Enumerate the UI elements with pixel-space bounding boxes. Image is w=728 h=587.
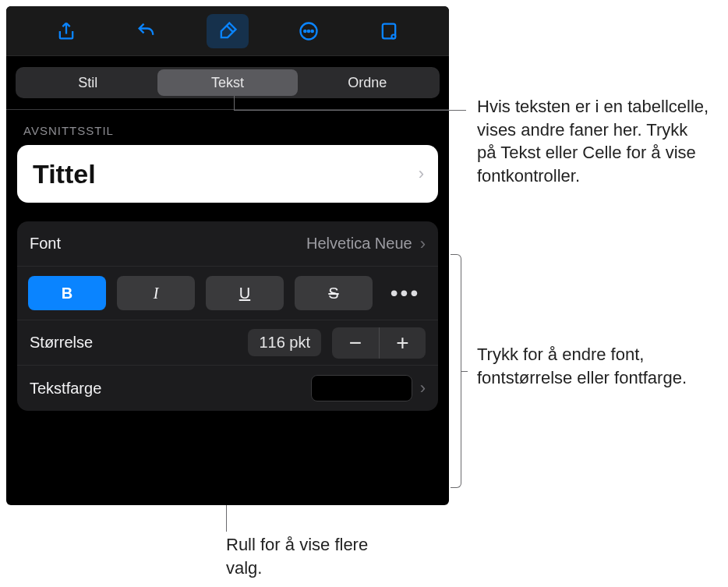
annotation-font: Trykk for å endre font, fontstørrelse el… xyxy=(477,343,711,389)
size-stepper: − + xyxy=(332,327,426,359)
chevron-right-icon: › xyxy=(420,378,426,398)
size-row: Størrelse 116 pkt − + xyxy=(17,320,438,366)
font-label: Font xyxy=(30,235,61,253)
annotation-scroll: Rull for å vise flere valg. xyxy=(226,533,398,579)
format-panel: Stil Tekst Ordne AVSNITTSSTIL Tittel › F… xyxy=(6,6,449,505)
format-buttons-row: B I U S ••• xyxy=(17,267,438,320)
font-value: Helvetica Neue xyxy=(306,235,412,253)
svg-point-6 xyxy=(393,35,395,37)
text-format-group: Font Helvetica Neue › B I U S ••• Større… xyxy=(17,221,438,411)
text-color-swatch xyxy=(311,375,412,401)
svg-point-1 xyxy=(304,30,306,31)
top-toolbar xyxy=(6,6,449,56)
tab-tekst[interactable]: Tekst xyxy=(157,69,297,96)
svg-point-2 xyxy=(307,30,309,31)
underline-button[interactable]: U xyxy=(206,276,284,310)
size-increase-button[interactable]: + xyxy=(379,327,426,359)
reading-mode-icon[interactable] xyxy=(368,14,410,48)
chevron-right-icon: › xyxy=(420,234,426,254)
share-icon[interactable] xyxy=(45,14,87,48)
paragraph-style-card[interactable]: Tittel › xyxy=(17,145,438,203)
format-brush-icon[interactable] xyxy=(207,14,249,48)
tab-stil[interactable]: Stil xyxy=(18,69,157,96)
more-icon[interactable] xyxy=(288,14,330,48)
size-decrease-button[interactable]: − xyxy=(332,327,379,359)
annotation-leader xyxy=(226,505,227,532)
section-label-avsnittsstil: AVSNITTSSTIL xyxy=(6,110,449,145)
more-formatting-button[interactable]: ••• xyxy=(383,276,427,310)
size-label: Størrelse xyxy=(30,334,93,352)
text-color-label: Tekstfarge xyxy=(30,380,101,398)
bold-button[interactable]: B xyxy=(28,276,106,310)
annotation-bracket xyxy=(451,254,461,488)
italic-button[interactable]: I xyxy=(117,276,195,310)
annotation-leader xyxy=(234,96,235,110)
font-row[interactable]: Font Helvetica Neue › xyxy=(17,221,438,267)
format-tabs: Stil Tekst Ordne xyxy=(16,67,440,98)
paragraph-style-name: Tittel xyxy=(33,159,96,189)
undo-icon[interactable] xyxy=(125,14,168,48)
text-color-row[interactable]: Tekstfarge › xyxy=(17,366,438,411)
annotation-leader xyxy=(234,110,466,111)
tab-ordne[interactable]: Ordne xyxy=(298,69,437,96)
svg-point-3 xyxy=(311,30,313,31)
strikethrough-button[interactable]: S xyxy=(295,276,373,310)
chevron-right-icon: › xyxy=(419,164,424,184)
annotation-tabs: Hvis teksten er i en tabellcelle, vises … xyxy=(477,95,711,188)
size-value[interactable]: 116 pkt xyxy=(248,329,321,356)
annotation-leader xyxy=(461,371,468,372)
